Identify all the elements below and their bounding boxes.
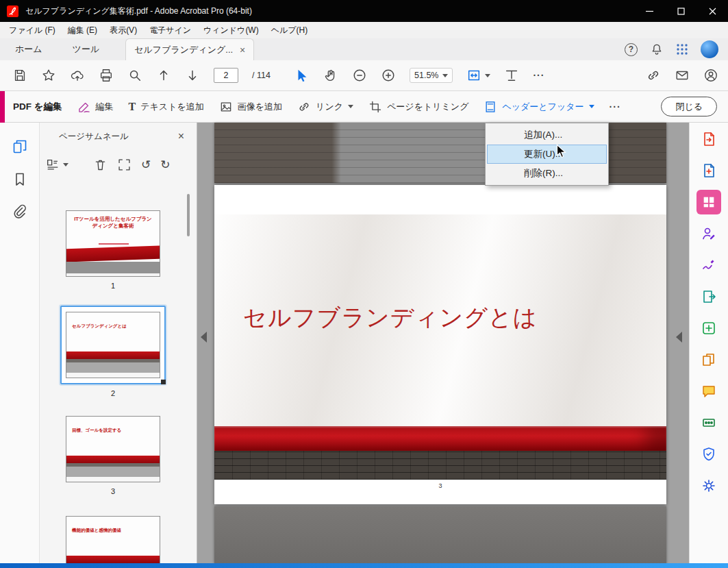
stamp-button[interactable] — [701, 320, 717, 336]
print-button[interactable] — [99, 68, 114, 83]
account-button[interactable] — [703, 68, 718, 83]
link-icon — [297, 100, 311, 114]
rotate-left-button[interactable]: ↺ — [141, 159, 151, 171]
editbar-more-button[interactable]: ··· — [610, 101, 621, 112]
previous-page-button[interactable] — [156, 68, 171, 83]
menu-esign[interactable]: 電子サイン — [143, 25, 197, 36]
attachments-panel-button[interactable] — [12, 203, 28, 219]
select-tool-button[interactable] — [294, 68, 310, 83]
zoom-level-dropdown[interactable]: 51.5% — [410, 68, 453, 83]
main-toolbar: / 114 51.5% ··· — [0, 60, 728, 91]
protect-button[interactable] — [701, 446, 717, 462]
chevron-down-icon — [442, 74, 448, 77]
email-button[interactable] — [675, 68, 690, 83]
close-window-button[interactable] — [696, 0, 728, 22]
rotate-right-button[interactable]: ↻ — [160, 159, 170, 171]
menu-help[interactable]: ヘルプ(H) — [265, 25, 314, 36]
zoom-in-button[interactable] — [381, 68, 396, 83]
add-image-button[interactable]: 画像を追加 — [219, 100, 282, 114]
reading-mode-button[interactable] — [504, 68, 519, 83]
person-icon — [703, 68, 718, 83]
zoom-out-button[interactable] — [352, 68, 367, 83]
document-canvas[interactable]: セルフブランディングとは 3 — [197, 123, 689, 563]
save-icon — [12, 68, 27, 83]
app-grid-button[interactable] — [676, 43, 688, 55]
thumb2-footer-band — [66, 362, 160, 373]
header-footer-button[interactable]: ヘッダーとフッター — [484, 100, 594, 114]
thumbnails-scrollbar[interactable] — [187, 194, 190, 236]
crop-marks-icon — [117, 158, 131, 172]
expand-right-panel-button[interactable] — [676, 332, 682, 343]
paperclip-icon — [12, 203, 28, 219]
page-thumbnail-4[interactable]: 機能的価値と感情的価値 4 — [66, 516, 160, 563]
toolbar-more-button[interactable]: ··· — [533, 70, 544, 81]
add-text-button[interactable]: T テキストを追加 — [129, 101, 204, 113]
send-for-review-button[interactable] — [701, 288, 717, 305]
thumbnails-panel-button[interactable] — [12, 138, 28, 155]
notifications-button[interactable] — [650, 42, 664, 56]
edit-tool-button[interactable]: 編集 — [77, 100, 114, 114]
menu-window[interactable]: ウィンドウ(W) — [197, 25, 265, 36]
menu-item-update-header-footer[interactable]: 更新(U)... — [487, 145, 607, 164]
page-thumbnail-1[interactable]: ITツールを活用したセルフブランディングと集客術 1 — [66, 210, 160, 290]
page-thumbnail-3[interactable]: 目標、ゴールを設定する 3 — [66, 416, 160, 495]
pdf-page-2[interactable]: セルフブランディングとは 3 — [214, 185, 666, 504]
print-icon — [99, 68, 114, 83]
share-file-button[interactable] — [70, 68, 85, 83]
tab-home[interactable]: ホーム — [0, 38, 58, 60]
favorite-button[interactable] — [41, 68, 56, 83]
link-tool-button[interactable]: リンク — [297, 100, 353, 114]
minimize-button[interactable] — [633, 0, 665, 22]
collapse-left-panel-button[interactable] — [201, 332, 207, 343]
share-link-button[interactable] — [646, 68, 661, 83]
save-button[interactable] — [12, 68, 27, 83]
menu-edit[interactable]: 編集 (E) — [62, 25, 103, 36]
slide-graphic: セルフブランディングとは — [214, 214, 666, 480]
selection-handle[interactable] — [161, 380, 166, 384]
menu-view[interactable]: 表示(V) — [103, 25, 143, 36]
menu-item-delete-header-footer[interactable]: 削除(R)... — [487, 164, 607, 183]
thumbnail-options-button[interactable] — [45, 157, 68, 172]
tab-tools[interactable]: ツール — [58, 38, 115, 60]
send-document-icon — [701, 288, 717, 305]
menu-item-add-header-footer[interactable]: 追加(A)... — [487, 125, 607, 145]
comment-button[interactable] — [701, 383, 717, 399]
close-edit-mode-button[interactable]: 閉じる — [661, 97, 717, 116]
page-fit-dropdown[interactable] — [466, 68, 490, 83]
combine-files-button[interactable] — [701, 351, 717, 368]
fit-width-icon — [466, 68, 481, 83]
page-thumbnail-2-selected[interactable]: セルフブランディングとは — [60, 306, 166, 384]
print-production-button[interactable] — [701, 415, 717, 431]
bookmarks-panel-button[interactable] — [12, 171, 28, 188]
edit-pdf-toolbar: PDF を編集 編集 T テキストを追加 画像を追加 リンク ページをトリミング… — [0, 91, 728, 123]
slide-title: セルフブランディングとは — [243, 302, 538, 334]
maximize-button[interactable] — [665, 0, 696, 22]
next-page-button[interactable] — [185, 68, 200, 83]
crop-pages-tool-button[interactable] — [117, 158, 131, 172]
thumb4-ribbon — [66, 556, 160, 563]
fill-sign-button[interactable] — [701, 257, 717, 273]
edit-pdf-label: PDF を編集 — [13, 101, 62, 113]
page-number-input[interactable] — [214, 68, 238, 83]
header-footer-menu: 追加(A)... 更新(U)... 削除(R)... — [485, 123, 609, 186]
search-button[interactable] — [127, 68, 142, 83]
export-pdf-button[interactable] — [701, 131, 717, 147]
menu-file[interactable]: ファイル (F) — [3, 25, 62, 36]
thumb3-ribbon — [66, 456, 160, 463]
help-button[interactable]: ? — [625, 43, 638, 56]
close-thumbnails-panel-button[interactable]: × — [178, 130, 184, 143]
tab-document[interactable]: セルフブランディング... × — [125, 38, 254, 60]
delete-pages-button[interactable] — [93, 158, 108, 172]
organize-pages-button-selected[interactable] — [696, 190, 721, 214]
account-avatar[interactable] — [701, 40, 718, 58]
print-production-icon — [701, 415, 717, 431]
bell-icon — [650, 42, 664, 56]
thumb1-ribbon — [66, 246, 160, 262]
crop-pages-button[interactable]: ページをトリミング — [368, 100, 468, 114]
hand-tool-button[interactable] — [323, 68, 338, 83]
tab-close-icon[interactable]: × — [240, 45, 245, 55]
request-esign-button[interactable] — [701, 225, 717, 242]
chevron-down-icon — [348, 105, 353, 108]
more-tools-button[interactable] — [701, 478, 717, 494]
create-pdf-button[interactable] — [701, 162, 717, 179]
